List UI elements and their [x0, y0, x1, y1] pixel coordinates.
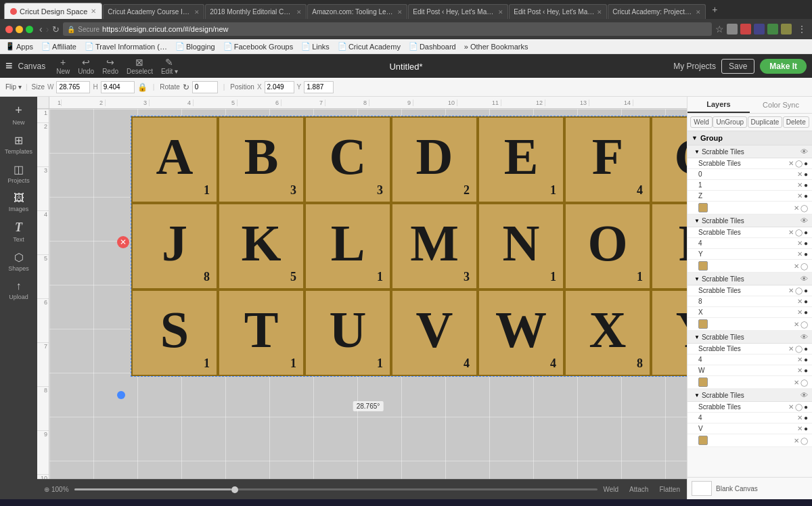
layer-x-4a[interactable]: ✕	[797, 239, 803, 247]
tab-close-7[interactable]: ✕	[696, 9, 701, 16]
bookmark-dashboard[interactable]: 📄 Dashboard	[409, 42, 456, 51]
layer-circle-c5[interactable]: ◯	[800, 437, 808, 444]
layer-x-Wb[interactable]: ✕	[797, 367, 803, 374]
layer-item-Xb[interactable]: X ✕ ●	[687, 307, 812, 318]
deselect-btn[interactable]: ⊠ Deselect	[127, 57, 153, 75]
delete-panel-btn[interactable]: Delete	[783, 116, 809, 128]
layer-x-st2[interactable]: ✕	[788, 229, 794, 236]
redo-btn[interactable]: ↪ Redo	[102, 57, 118, 75]
layer-item-1[interactable]: 1 ✕ ●	[687, 180, 812, 191]
y-input[interactable]	[304, 81, 334, 93]
layer-item-4a[interactable]: 4 ✕ ●	[687, 238, 812, 249]
layer-subgroup-header-2[interactable]: ▼ Scrabble Tiles 👁	[687, 214, 812, 227]
tab-color-sync[interactable]: Color Sync	[750, 97, 812, 113]
forward-btn[interactable]: ›	[46, 24, 49, 34]
layer-fill-st4[interactable]: ●	[804, 345, 808, 352]
layer-x-Z[interactable]: ✕	[797, 192, 803, 200]
layer-subgroup-header-1[interactable]: ▼ Scrabble Tiles 👁	[687, 145, 812, 158]
save-btn[interactable]: Save	[721, 59, 754, 74]
my-projects-btn[interactable]: My Projects	[673, 62, 716, 71]
layer-x-st5[interactable]: ✕	[788, 403, 794, 411]
bookmark-cricut[interactable]: 📄 Cricut Academy	[338, 42, 401, 51]
layer-x-st3[interactable]: ✕	[788, 287, 794, 294]
ungroup-btn[interactable]: UnGroup	[713, 116, 747, 128]
tab-close-4[interactable]: ✕	[397, 9, 403, 16]
tab-layers[interactable]: Layers	[687, 97, 750, 113]
zoom-slider-thumb[interactable]	[231, 486, 238, 493]
layer-x-st4[interactable]: ✕	[788, 345, 794, 352]
new-tab-btn[interactable]: +	[706, 4, 723, 15]
tool-shapes[interactable]: ⬡ Shapes	[2, 247, 36, 276]
bookmark-travel[interactable]: 📄 Travel Information (…	[85, 42, 167, 51]
layer-item-scrabble-tiles-1[interactable]: Scrabble Tiles ✕ ◯ ●	[687, 158, 812, 169]
layer-item-Z[interactable]: Z ✕ ●	[687, 191, 812, 202]
layer-circle-Ya[interactable]: ●	[804, 250, 808, 258]
layer-item-st5[interactable]: Scrabble Tiles ✕ ◯ ●	[687, 402, 812, 413]
layer-subgroup-header-4[interactable]: ▼ Scrabble Tiles 👁	[687, 331, 812, 344]
tab-close-3[interactable]: ✕	[296, 9, 302, 16]
tile-K[interactable]: K 5	[218, 203, 304, 290]
layer-visibility-4[interactable]: 👁	[800, 333, 808, 341]
resize-handle[interactable]	[117, 391, 125, 399]
layer-item-4b[interactable]: 4 ✕ ●	[687, 354, 812, 365]
layer-item-color-5[interactable]: ✕ ◯	[687, 434, 812, 447]
layer-x-4b[interactable]: ✕	[797, 356, 803, 363]
layer-circle-st2[interactable]: ◯	[795, 229, 803, 236]
layer-x-8[interactable]: ✕	[797, 298, 803, 305]
tool-images[interactable]: 🖼 Images	[2, 188, 36, 216]
lock-ratio-icon[interactable]: 🔒	[137, 83, 148, 92]
layer-x-c2[interactable]: ✕	[794, 262, 799, 270]
zoom-slider-wrapper[interactable]	[74, 488, 598, 490]
tab-close-2[interactable]: ✕	[194, 9, 200, 16]
tile-B[interactable]: B 3	[218, 116, 304, 203]
layer-x-1[interactable]: ✕	[788, 160, 794, 167]
extension-icon-2[interactable]	[740, 24, 751, 34]
layer-x-0[interactable]: ✕	[797, 170, 803, 178]
layer-circle-8[interactable]: ●	[804, 298, 808, 305]
tile-F[interactable]: F 4	[564, 116, 651, 203]
bookmark-affiliate[interactable]: 📄 Affiliate	[41, 42, 76, 51]
layer-circle-1b[interactable]: ●	[804, 181, 808, 189]
edit-btn[interactable]: ✎ Edit ▾	[161, 57, 178, 75]
layer-item-Vc[interactable]: V ✕ ●	[687, 423, 812, 434]
layer-circle-Wb[interactable]: ●	[804, 367, 808, 374]
layer-subgroup-header-3[interactable]: ▼ Scrabble Tiles 👁	[687, 273, 812, 285]
layer-x-1b[interactable]: ✕	[797, 181, 803, 189]
bookmark-blogging[interactable]: 📄 Blogging	[175, 42, 215, 51]
layer-item-Ya[interactable]: Y ✕ ●	[687, 249, 812, 260]
layer-x-c1[interactable]: ✕	[794, 204, 799, 212]
tile-T[interactable]: T 1	[218, 290, 304, 376]
tab-close-6[interactable]: ✕	[597, 9, 602, 16]
layer-item-color-4[interactable]: ✕ ◯	[687, 376, 812, 389]
tab-5[interactable]: Edit Post ‹ Hey, Let's Make S... ✕	[408, 4, 508, 19]
layer-item-st3[interactable]: Scrabble Tiles ✕ ◯ ●	[687, 285, 812, 296]
layer-fill-st5[interactable]: ●	[804, 403, 808, 411]
layer-item-st2[interactable]: Scrabble Tiles ✕ ◯ ●	[687, 227, 812, 238]
zoom-btn[interactable]: ⊕ 100%	[44, 486, 69, 493]
layer-subgroup-header-5[interactable]: ▼ Scrabble Tiles 👁	[687, 389, 812, 402]
layer-item-color-3[interactable]: ✕ ◯	[687, 318, 812, 331]
layer-visibility-2[interactable]: 👁	[800, 216, 808, 225]
canvas-surface[interactable]: ✕ A 1 B 3	[49, 109, 687, 479]
layer-circle-c1[interactable]: ◯	[800, 204, 808, 212]
tab-7[interactable]: Cricut Academy: Projects &... ✕	[608, 4, 706, 19]
layer-fill-st3[interactable]: ●	[804, 287, 808, 294]
traffic-light-red[interactable]	[5, 26, 13, 33]
layer-x-c4[interactable]: ✕	[794, 379, 799, 386]
tool-text[interactable]: T Text	[2, 216, 36, 247]
tool-new[interactable]: + New	[2, 99, 36, 130]
bookmark-links[interactable]: 📄 Links	[301, 42, 330, 51]
layer-item-color-1[interactable]: ✕ ◯	[687, 202, 812, 214]
tile-U[interactable]: U 1	[304, 290, 391, 376]
layer-circle-Xb[interactable]: ●	[804, 308, 808, 316]
layer-circle-Z[interactable]: ●	[804, 192, 808, 200]
tile-S[interactable]: S 1	[131, 290, 218, 376]
rotate-input[interactable]	[192, 81, 218, 93]
weld-panel-btn[interactable]: Weld	[690, 116, 713, 128]
layer-circle-Vc[interactable]: ●	[804, 425, 808, 432]
bookmark-facebook[interactable]: 📄 Facebook Groups	[223, 42, 293, 51]
tool-projects[interactable]: ◫ Projects	[2, 159, 36, 188]
duplicate-btn[interactable]: Duplicate	[748, 116, 783, 128]
tool-upload[interactable]: ↑ Upload	[2, 276, 36, 304]
layer-circle-4b[interactable]: ●	[804, 356, 808, 363]
